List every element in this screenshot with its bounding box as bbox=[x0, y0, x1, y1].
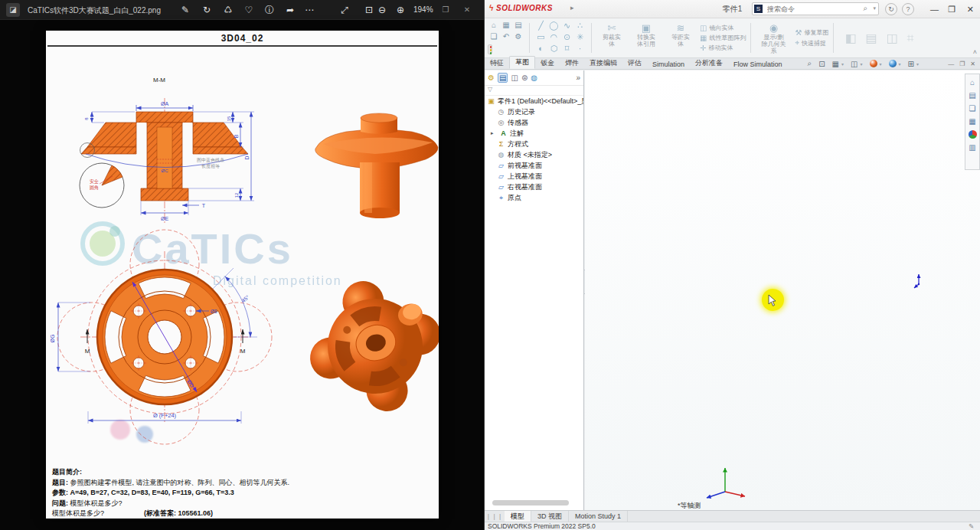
repair-sketch-button[interactable]: ⚒修复草图 bbox=[795, 28, 828, 37]
favorite-button[interactable]: ♡ bbox=[241, 3, 256, 17]
restore-button[interactable]: ❐ bbox=[948, 4, 956, 15]
search-input[interactable] bbox=[766, 3, 848, 15]
tree-item-right-plane[interactable]: ▱右视基准面 bbox=[485, 182, 583, 192]
configuration-manager-icon[interactable]: ◫ bbox=[511, 74, 518, 82]
display-style-icon[interactable]: ◫ bbox=[851, 60, 858, 68]
tab-flow-simulation[interactable]: Flow Simulation bbox=[728, 60, 788, 69]
command-manager-tabs: 特征 草图 钣金 焊件 直接编辑 评估 Simulation 分析准备 Flow… bbox=[485, 58, 980, 70]
annotations-icon: A bbox=[499, 129, 508, 137]
drawing-sheet: 3D04_02 CaTICs Digital competition bbox=[46, 31, 439, 519]
offset-entities-button[interactable]: ≋ 等距实体 bbox=[665, 20, 696, 56]
help-icon[interactable]: ? bbox=[902, 3, 914, 15]
property-manager-icon[interactable]: ⚙ bbox=[488, 74, 495, 82]
tree-item-top-plane[interactable]: ▱上视基准面 bbox=[485, 171, 583, 182]
tree-item-annotations[interactable]: ▸A注解 bbox=[485, 128, 583, 139]
task-pane-strip: ⌂ ▤ ❏ ▦ ▥ bbox=[965, 74, 980, 170]
share-button[interactable]: ➦ bbox=[283, 3, 298, 17]
info-button[interactable]: ⓘ bbox=[262, 3, 277, 17]
view-palette-icon[interactable]: ▦ bbox=[969, 117, 975, 126]
close-button[interactable]: ✕ bbox=[967, 4, 974, 15]
graphics-viewport[interactable]: ⌂ ▤ ❏ ▦ ▥ bbox=[585, 70, 980, 510]
panel-overflow-icon[interactable]: » bbox=[576, 74, 580, 82]
tree-root-part[interactable]: ▣ 零件1 (Default)<<Default>_显 bbox=[485, 96, 583, 106]
point-tool-icon: ∴ bbox=[573, 21, 586, 32]
display-delete-relations-button[interactable]: ◉ 显示/删除几何关系 bbox=[756, 20, 791, 56]
zoom-fit-icon[interactable]: ⌕ bbox=[808, 59, 812, 68]
front-view: ØD Ø8 45° M bbox=[50, 230, 272, 444]
snap-icon: ⌖ bbox=[795, 38, 799, 47]
solidworks-window: ϟ SOLIDWORKS ▸ 零件1 S ⌕ ▾ ↻ ? — ❐ ✕ ⌂ ▦ ▤… bbox=[484, 0, 980, 530]
new-file-icon: ❏ bbox=[488, 32, 500, 44]
minimize-button[interactable]: — bbox=[930, 4, 939, 15]
apply-scene-icon[interactable] bbox=[889, 60, 897, 67]
move-entities-button[interactable]: ✛移动实体 bbox=[700, 44, 746, 52]
tree-item-front-plane[interactable]: ▱前视基准面 bbox=[485, 160, 583, 171]
view-orientation-icon[interactable]: ▦ bbox=[832, 60, 839, 68]
edit-appearance-icon[interactable] bbox=[870, 60, 877, 67]
feature-tree-icon[interactable]: ▤ bbox=[498, 73, 508, 83]
tree-item-origin[interactable]: ⌖原点 bbox=[485, 192, 583, 203]
resources-icon[interactable]: ⌂ bbox=[970, 78, 975, 87]
part-icon: ▣ bbox=[487, 97, 495, 105]
tree-horizontal-scrollbar[interactable] bbox=[492, 500, 569, 505]
sketch-entity-icons[interactable]: ╱ ◯ ∿ ∴ ▭ ◠ ⊙ ✳ ◐ ⬡ ⌑ · bbox=[534, 20, 586, 56]
window-close-button[interactable]: ✕ bbox=[459, 3, 475, 17]
tree-item-equations[interactable]: Σ方程式 bbox=[485, 139, 583, 149]
dim-d: D bbox=[244, 155, 250, 159]
tab-model[interactable]: 模型 bbox=[505, 511, 531, 522]
tab-sketch[interactable]: 草图 bbox=[509, 56, 535, 69]
tab-analysis-prep[interactable]: 分析准备 bbox=[690, 57, 728, 69]
dim-t: T bbox=[202, 203, 206, 208]
zoom-area-icon[interactable]: ⊡ bbox=[818, 60, 825, 68]
tree-item-material[interactable]: ◍材质 <未指定> bbox=[485, 149, 583, 160]
linear-pattern-button[interactable]: ▦线性草图阵列 bbox=[700, 34, 746, 42]
status-edit-icon[interactable]: ✎ bbox=[969, 522, 974, 530]
window-restore-button[interactable]: ❐ bbox=[438, 3, 453, 17]
tab-direct-editing[interactable]: 直接编辑 bbox=[584, 57, 622, 69]
tab-simulation[interactable]: Simulation bbox=[647, 60, 690, 69]
convert-entities-button[interactable]: ▣ 转换实体引用 bbox=[631, 20, 662, 56]
sync-icon[interactable]: ↻ bbox=[885, 3, 897, 15]
tab-motion-study[interactable]: Motion Study 1 bbox=[569, 511, 628, 522]
tree-item-history[interactable]: ◷历史记录 bbox=[485, 106, 583, 117]
search-dropdown-icon[interactable]: ▾ bbox=[873, 5, 876, 11]
tab-weldments[interactable]: 焊件 bbox=[560, 57, 584, 69]
rotate-button[interactable]: ↻ bbox=[199, 3, 214, 17]
zoom-out-button[interactable]: ⊖ bbox=[374, 3, 390, 17]
tab-3d-views[interactable]: 3D 视图 bbox=[531, 511, 569, 522]
dim-angle: 45° bbox=[240, 294, 250, 303]
command-search-box[interactable]: S ⌕ ▾ bbox=[752, 2, 879, 15]
view-settings-icon[interactable]: ⊞ bbox=[908, 60, 914, 68]
tab-evaluate[interactable]: 评估 bbox=[622, 57, 647, 69]
fullscreen-button[interactable]: ⤢ bbox=[337, 3, 352, 17]
tab-scroll-icon[interactable]: ❘❘❘ bbox=[485, 513, 505, 520]
appearances-icon[interactable] bbox=[969, 130, 977, 139]
dimxpert-icon[interactable]: ⊜ bbox=[521, 74, 528, 82]
fillet-tool-icon: ✳ bbox=[573, 32, 586, 44]
doc-minimize-icon[interactable]: — bbox=[948, 61, 954, 67]
trim-entities-button[interactable]: ✄ 剪裁实体 bbox=[596, 20, 627, 56]
file-explorer-icon[interactable]: ❏ bbox=[969, 104, 976, 113]
photos-app-icon[interactable]: ◪ bbox=[6, 3, 20, 17]
iso-bottom-view bbox=[293, 264, 439, 427]
expand-arrow-icon[interactable]: ▸ bbox=[491, 130, 497, 136]
zoom-in-button[interactable]: ⊕ bbox=[393, 3, 408, 17]
tree-item-sensors[interactable]: ◎传感器 bbox=[485, 117, 583, 128]
display-manager-icon[interactable]: ◍ bbox=[531, 74, 537, 82]
custom-properties-icon[interactable]: ▥ bbox=[969, 143, 975, 152]
delete-button[interactable]: ♺ bbox=[220, 3, 236, 17]
tab-sheet-metal[interactable]: 钣金 bbox=[535, 57, 560, 69]
zoom-level-label: 194% bbox=[413, 5, 433, 14]
design-library-icon[interactable]: ▤ bbox=[969, 91, 975, 100]
tab-features[interactable]: 特征 bbox=[485, 57, 509, 69]
mirror-entities-button[interactable]: ◫镜向实体 bbox=[700, 24, 746, 32]
more-button[interactable]: ⋯ bbox=[302, 3, 317, 17]
doc-close-icon[interactable]: ✕ bbox=[970, 61, 975, 67]
edit-button[interactable]: ✎ bbox=[178, 3, 193, 17]
quick-access-icons[interactable]: ⌂ ▦ ▤ ❏ ↶ ⚙ bbox=[488, 20, 524, 56]
doc-restore-icon[interactable]: ❐ bbox=[959, 61, 965, 67]
text-tool-icon: ⌑ bbox=[560, 44, 573, 55]
tree-filter[interactable]: ▽ bbox=[485, 86, 583, 96]
quick-snaps-button[interactable]: ⌖快速捕捉 bbox=[795, 38, 828, 47]
ribbon-collapse-icon[interactable]: ˄ bbox=[973, 48, 977, 56]
